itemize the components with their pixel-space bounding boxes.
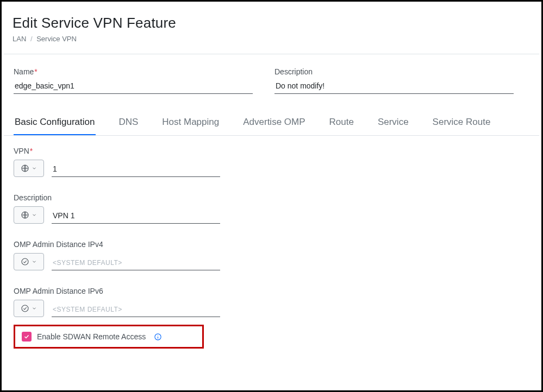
chevron-down-icon (32, 212, 37, 218)
check-circle-icon (21, 257, 29, 266)
enable-remote-access-label: Enable SDWAN Remote Access (37, 332, 146, 341)
chevron-down-icon (32, 259, 37, 264)
svg-point-3 (22, 305, 28, 312)
name-label-text: Name (14, 67, 34, 76)
basic-config-panel: VPN* Description (4, 136, 539, 365)
omp-ipv4-variable-selector[interactable] (14, 253, 44, 270)
vpn-variable-selector[interactable] (14, 160, 44, 177)
page-title: Edit Service VPN Feature (13, 15, 530, 31)
name-field-group: Name* (14, 67, 253, 94)
check-circle-icon (21, 304, 29, 313)
breadcrumb-current: Service VPN (36, 35, 77, 43)
tab-host-mapping[interactable]: Host Mapping (161, 113, 220, 135)
omp-ipv4-input[interactable] (52, 257, 220, 270)
tab-advertise-omp[interactable]: Advertise OMP (242, 113, 306, 135)
vpn-label: VPN* (14, 147, 529, 155)
required-asterisk: * (34, 67, 37, 76)
vpn-field: VPN* (14, 147, 529, 177)
breadcrumb: LAN / Service VPN (13, 35, 530, 43)
chevron-down-icon (32, 166, 37, 171)
top-form-row: Name* Description (4, 54, 539, 100)
description-field-group: Description (274, 67, 514, 94)
required-asterisk: * (30, 147, 33, 155)
chevron-down-icon (32, 306, 37, 311)
tab-route[interactable]: Route (328, 113, 355, 135)
omp-ipv6-variable-selector[interactable] (14, 300, 44, 317)
info-icon[interactable] (153, 332, 162, 341)
description-label: Description (274, 67, 514, 76)
breadcrumb-parent[interactable]: LAN (13, 35, 26, 43)
page-header: Edit Service VPN Feature LAN / Service V… (4, 4, 539, 48)
description-input[interactable] (274, 79, 514, 94)
vpn-description-variable-selector[interactable] (14, 206, 44, 224)
vpn-input[interactable] (52, 162, 220, 177)
tab-basic-configuration[interactable]: Basic Configuration (14, 113, 96, 135)
check-icon (23, 333, 30, 340)
omp-ipv6-field: OMP Admin Distance IPv6 (14, 287, 529, 317)
omp-ipv4-label: OMP Admin Distance IPv4 (14, 240, 529, 249)
name-label: Name* (14, 67, 253, 76)
omp-ipv6-label: OMP Admin Distance IPv6 (14, 287, 529, 295)
vpn-description-input[interactable] (52, 209, 220, 224)
enable-remote-access-row: Enable SDWAN Remote Access (14, 325, 204, 349)
globe-icon (21, 164, 29, 173)
vpn-label-text: VPN (14, 147, 29, 155)
breadcrumb-separator: / (30, 35, 33, 43)
tab-dns[interactable]: DNS (117, 113, 139, 135)
vpn-description-field: Description (14, 193, 529, 224)
vpn-description-label: Description (14, 193, 529, 202)
omp-ipv6-input[interactable] (52, 304, 220, 317)
svg-point-6 (158, 335, 158, 336)
globe-icon (21, 211, 29, 219)
tab-service-route[interactable]: Service Route (432, 113, 492, 135)
tab-bar: Basic Configuration DNS Host Mapping Adv… (4, 100, 539, 136)
enable-remote-access-checkbox[interactable] (22, 332, 32, 342)
tab-service[interactable]: Service (377, 113, 410, 135)
svg-point-2 (22, 258, 28, 265)
name-input[interactable] (14, 79, 253, 94)
omp-ipv4-field: OMP Admin Distance IPv4 (14, 240, 529, 270)
